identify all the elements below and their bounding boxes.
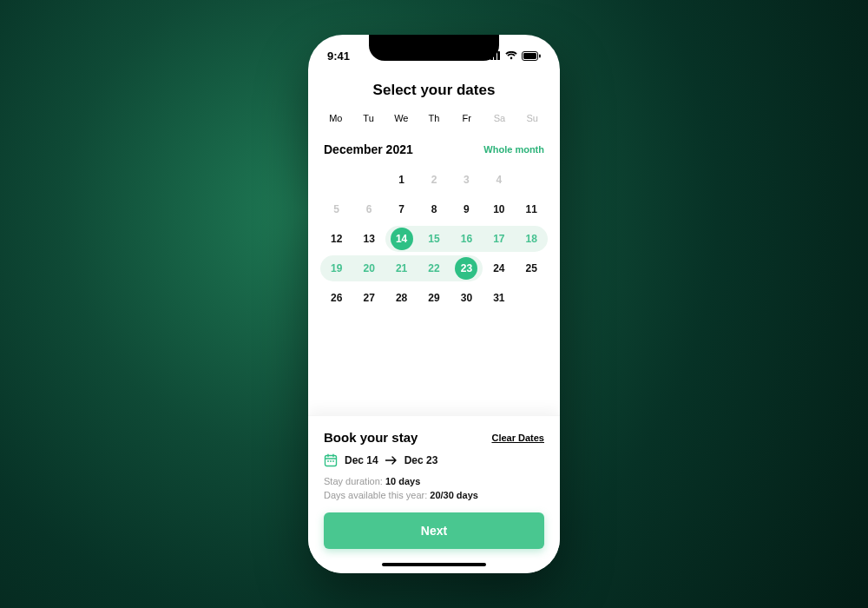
day-30[interactable]: 30 (450, 285, 483, 311)
day-1[interactable]: 1 (385, 167, 418, 193)
day-20[interactable]: 20 (352, 255, 385, 281)
day-26[interactable]: 26 (320, 285, 352, 311)
day-22[interactable]: 22 (418, 255, 450, 281)
day-5[interactable]: 5 (320, 196, 352, 222)
weekday-row: Mo Tu We Th Fr Sa Su (308, 113, 560, 123)
day-16[interactable]: 16 (450, 226, 483, 252)
day-7[interactable]: 7 (385, 196, 418, 222)
day-31[interactable]: 31 (483, 285, 515, 311)
day-empty (516, 285, 548, 311)
day-empty (320, 167, 352, 193)
day-25[interactable]: 25 (516, 255, 548, 281)
weekday-su: Su (516, 113, 548, 123)
booking-card: Book your stay Clear Dates Dec 14 Dec 23… (308, 415, 560, 573)
page-title: Select your dates (308, 82, 560, 99)
screen: Select your dates Mo Tu We Th Fr Sa Su D… (308, 35, 560, 573)
month-header: December 2021 Whole month (308, 123, 560, 163)
calendar-icon (324, 453, 338, 467)
svg-point-9 (330, 460, 332, 462)
day-13[interactable]: 13 (352, 226, 385, 252)
stay-duration: Stay duration: 10 days (324, 476, 544, 486)
days-available: Days available this year: 20/30 days (324, 490, 544, 500)
day-18[interactable]: 18 (516, 226, 548, 252)
day-4[interactable]: 4 (483, 167, 515, 193)
page-header: Select your dates (308, 76, 560, 113)
month-label: December 2021 (324, 142, 413, 156)
home-indicator[interactable] (382, 563, 486, 566)
svg-point-8 (327, 460, 329, 462)
booking-title: Book your stay (324, 430, 418, 445)
day-2[interactable]: 2 (418, 167, 450, 193)
day-15[interactable]: 15 (418, 226, 450, 252)
date-range-row: Dec 14 Dec 23 (324, 453, 544, 467)
day-29[interactable]: 29 (418, 285, 450, 311)
date-to: Dec 23 (404, 454, 438, 466)
weekday-we: We (385, 113, 417, 123)
day-10[interactable]: 10 (483, 196, 515, 222)
whole-month-button[interactable]: Whole month (483, 144, 544, 155)
weekday-mo: Mo (320, 113, 352, 123)
day-19[interactable]: 19 (320, 255, 352, 281)
svg-point-10 (332, 460, 334, 462)
calendar-grid: 1234567891011121314151617181920212223242… (308, 163, 560, 321)
day-17[interactable]: 17 (483, 226, 515, 252)
arrow-right-icon (385, 456, 398, 465)
clear-dates-button[interactable]: Clear Dates (491, 433, 544, 443)
day-3[interactable]: 3 (450, 167, 483, 193)
phone-frame: 9:41 Select your dates Mo Tu We Th Fr Sa… (308, 35, 560, 573)
day-8[interactable]: 8 (418, 196, 450, 222)
day-23[interactable]: 23 (450, 255, 483, 281)
day-27[interactable]: 27 (352, 285, 385, 311)
day-28[interactable]: 28 (385, 285, 418, 311)
day-empty (352, 167, 385, 193)
weekday-th: Th (418, 113, 450, 123)
day-24[interactable]: 24 (483, 255, 515, 281)
next-button[interactable]: Next (324, 512, 544, 549)
day-14[interactable]: 14 (385, 226, 418, 252)
weekday-fr: Fr (451, 113, 483, 123)
day-11[interactable]: 11 (516, 196, 548, 222)
day-9[interactable]: 9 (450, 196, 483, 222)
day-6[interactable]: 6 (352, 196, 385, 222)
day-12[interactable]: 12 (320, 226, 352, 252)
weekday-tu: Tu (353, 113, 385, 123)
phone-notch (369, 35, 499, 61)
day-empty (516, 167, 548, 193)
date-from: Dec 14 (345, 454, 378, 466)
weekday-sa: Sa (484, 113, 516, 123)
day-21[interactable]: 21 (385, 255, 418, 281)
